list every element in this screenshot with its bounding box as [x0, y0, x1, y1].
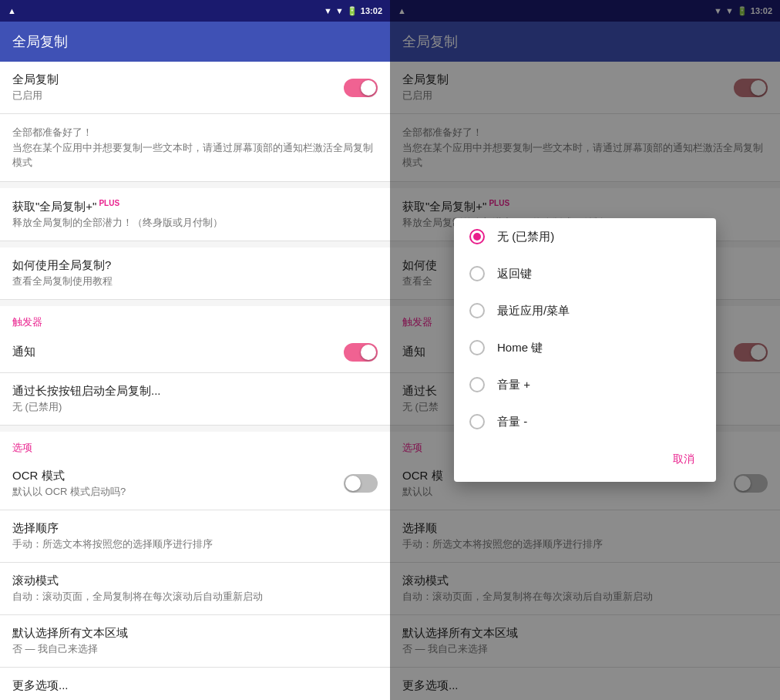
dialog-option-vol-down[interactable]: 音量 - — [454, 403, 716, 440]
global-copy-knob — [361, 80, 376, 96]
dialog-label-none: 无 (已禁用) — [497, 230, 554, 244]
ocr-text: OCR 模式 默认以 OCR 模式启动吗? — [12, 469, 344, 499]
dialog: 无 (已禁用) 返回键 最近应用/菜单 Home 键 音量 + — [454, 218, 716, 482]
how-to-use-title: 如何使用全局复制? — [12, 258, 378, 273]
dialog-option-recent[interactable]: 最近应用/菜单 — [454, 292, 716, 329]
status-left: ▲ — [8, 6, 16, 15]
scroll-mode-item[interactable]: 滚动模式 自动：滚动页面，全局复制将在每次滚动后自动重新启动 — [0, 563, 390, 615]
divider-1 — [0, 182, 390, 188]
dialog-label-back: 返回键 — [497, 267, 532, 281]
select-order-title: 选择顺序 — [12, 521, 378, 536]
divider-4 — [0, 426, 390, 432]
ocr-toggle-item[interactable]: OCR 模式 默认以 OCR 模式启动吗? — [0, 458, 390, 510]
notification-title: 通知 — [12, 345, 344, 359]
long-press-text: 通过长按按钮启动全局复制... 无 (已禁用) — [12, 384, 378, 414]
global-copy-subtitle: 已启用 — [12, 89, 344, 103]
left-app-title: 全局复制 — [12, 32, 68, 51]
select-order-subtitle: 手动：所选文本将按照您的选择顺序进行排序 — [12, 537, 378, 551]
get-plus-subtitle: 释放全局复制的全部潜力！（终身版或月付制） — [12, 216, 378, 230]
info-text: 全部都准备好了！当您在某个应用中并想要复制一些文本时，请通过屏幕顶部的通知栏激活… — [12, 125, 378, 170]
global-copy-title: 全局复制 — [12, 72, 344, 87]
more-options-item[interactable]: 更多选项... — [0, 668, 390, 701]
more-options-title: 更多选项... — [12, 678, 378, 693]
default-select-text: 默认选择所有文本区域 否 — 我自己来选择 — [12, 626, 378, 656]
radio-recent — [469, 303, 485, 318]
scroll-mode-title: 滚动模式 — [12, 574, 378, 588]
ocr-toggle[interactable] — [344, 474, 378, 493]
dialog-label-vol-up: 音量 + — [497, 378, 530, 392]
dialog-label-vol-down: 音量 - — [497, 415, 527, 429]
default-select-subtitle: 否 — 我自己来选择 — [12, 642, 378, 656]
dialog-cancel-button[interactable]: 取消 — [664, 446, 704, 473]
get-plus-title: 获取"全局复制+"PLUS — [12, 199, 378, 214]
info-block: 全部都准备好了！当您在某个应用中并想要复制一些文本时，请通过屏幕顶部的通知栏激活… — [0, 114, 390, 182]
left-scroll-content[interactable]: 全局复制 已启用 全部都准备好了！当您在某个应用中并想要复制一些文本时，请通过屏… — [0, 62, 390, 700]
global-copy-text: 全局复制 已启用 — [12, 72, 344, 103]
dialog-option-vol-up[interactable]: 音量 + — [454, 366, 716, 403]
more-options-text: 更多选项... — [12, 678, 378, 693]
get-plus-text: 获取"全局复制+"PLUS 释放全局复制的全部潜力！（终身版或月付制） — [12, 199, 378, 230]
how-to-use-text: 如何使用全局复制? 查看全局复制使用教程 — [12, 258, 378, 288]
dialog-label-home: Home 键 — [497, 341, 543, 355]
dialog-option-back[interactable]: 返回键 — [454, 255, 716, 292]
global-copy-toggle[interactable] — [344, 79, 378, 97]
dialog-option-home[interactable]: Home 键 — [454, 329, 716, 366]
default-select-item[interactable]: 默认选择所有文本区域 否 — 我自己来选择 — [0, 615, 390, 668]
divider-3 — [0, 300, 390, 306]
status-right: ▼ ▼ 🔋 13:02 — [324, 6, 382, 16]
get-plus-item[interactable]: 获取"全局复制+"PLUS 释放全局复制的全部潜力！（终身版或月付制） — [0, 188, 390, 241]
radio-back — [469, 266, 485, 281]
notification-text: 通知 — [12, 345, 344, 359]
global-copy-toggle-item[interactable]: 全局复制 已启用 — [0, 62, 390, 114]
notification-knob — [361, 345, 376, 360]
how-to-use-item[interactable]: 如何使用全局复制? 查看全局复制使用教程 — [0, 247, 390, 300]
dialog-actions: 取消 — [454, 440, 716, 482]
ocr-subtitle: 默认以 OCR 模式启动吗? — [12, 485, 344, 499]
dialog-option-none[interactable]: 无 (已禁用) — [454, 218, 716, 255]
left-panel: ▲ ▼ ▼ 🔋 13:02 全局复制 全局复制 已启用 全部都准备好了！当您在某… — [0, 0, 390, 700]
warning-icon: ▲ — [8, 6, 16, 15]
radio-vol-down — [469, 414, 485, 429]
left-app-bar: 全局复制 — [0, 22, 390, 62]
battery-icon: 🔋 — [347, 6, 358, 16]
notification-toggle[interactable] — [344, 343, 378, 362]
long-press-subtitle: 无 (已禁用) — [12, 400, 378, 414]
select-order-item[interactable]: 选择顺序 手动：所选文本将按照您的选择顺序进行排序 — [0, 510, 390, 563]
status-time: 13:02 — [361, 6, 382, 15]
right-panel: ▲ ▼ ▼ 🔋 13:02 全局复制 全局复制 已启用 全部都准备好了！当您在某… — [390, 0, 780, 700]
signal-icon: ▼ — [335, 6, 344, 15]
wifi-icon: ▼ — [324, 6, 332, 15]
scroll-mode-text: 滚动模式 自动：滚动页面，全局复制将在每次滚动后自动重新启动 — [12, 574, 378, 604]
plus-badge: PLUS — [99, 199, 119, 207]
trigger-label: 触发器 — [0, 306, 390, 332]
how-to-use-subtitle: 查看全局复制使用教程 — [12, 274, 378, 288]
select-order-text: 选择顺序 手动：所选文本将按照您的选择顺序进行排序 — [12, 521, 378, 551]
radio-home — [469, 340, 485, 355]
divider-2 — [0, 241, 390, 247]
left-status-bar: ▲ ▼ ▼ 🔋 13:02 — [0, 0, 390, 22]
radio-none — [469, 229, 485, 244]
options-label: 选项 — [0, 432, 390, 458]
radio-none-inner — [473, 233, 481, 241]
ocr-knob — [345, 476, 361, 491]
ocr-title: OCR 模式 — [12, 469, 344, 483]
radio-vol-up — [469, 377, 485, 392]
scroll-mode-subtitle: 自动：滚动页面，全局复制将在每次滚动后自动重新启动 — [12, 590, 378, 604]
long-press-item[interactable]: 通过长按按钮启动全局复制... 无 (已禁用) — [0, 373, 390, 426]
default-select-title: 默认选择所有文本区域 — [12, 626, 378, 641]
dialog-overlay: 无 (已禁用) 返回键 最近应用/菜单 Home 键 音量 + — [390, 0, 780, 700]
notification-toggle-item[interactable]: 通知 — [0, 332, 390, 373]
long-press-title: 通过长按按钮启动全局复制... — [12, 384, 378, 399]
dialog-label-recent: 最近应用/菜单 — [497, 304, 570, 318]
